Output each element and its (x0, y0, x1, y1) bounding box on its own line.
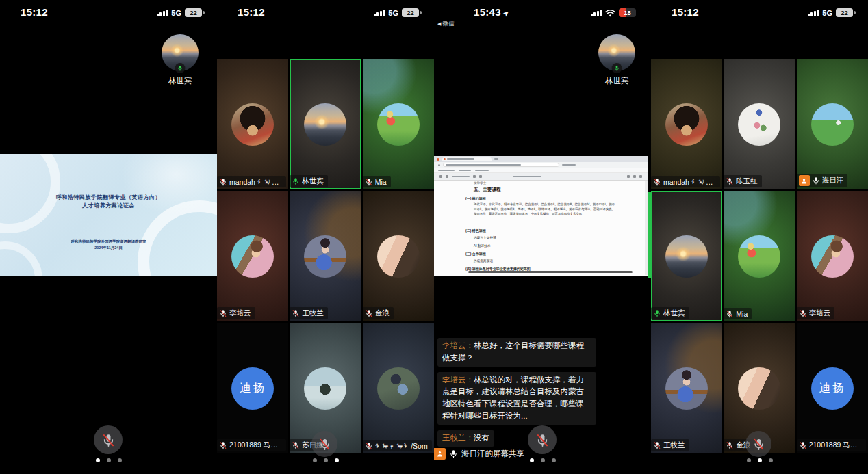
chat-text: 没有 (474, 434, 489, 442)
name-chip: mandah ᠮᠠᠨᠳᠠᠬ (217, 176, 286, 187)
document-text: 文学学士 (474, 181, 486, 185)
participant-tile-presenter[interactable]: 海日汗 (797, 59, 868, 189)
page-indicator[interactable] (530, 458, 556, 462)
mic-muted-icon (219, 309, 227, 317)
participant-name: 21001889 马迪扬 (229, 440, 282, 450)
active-speaker-thumbnail[interactable]: 林世宾 (154, 34, 206, 86)
participant-tile[interactable]: 迪扬 21001889 马迪扬 (217, 323, 288, 453)
avatar (598, 34, 635, 71)
network-type-label: 5G (171, 9, 181, 17)
url-field (443, 163, 559, 167)
chat-sender: 李培云： (442, 341, 474, 350)
participant-tile[interactable]: Mia (724, 191, 795, 321)
participant-tile[interactable]: Mia (363, 59, 434, 189)
document-section-label: (三) 合作课程 (465, 252, 486, 256)
horizontal-scrollbar[interactable] (468, 271, 633, 273)
bookmarks-bar (434, 168, 648, 173)
participant-tile[interactable]: 王牧兰 (651, 323, 722, 453)
avatar (377, 103, 420, 146)
mute-toggle-button[interactable] (528, 425, 557, 454)
name-chip: 21001889 马迪扬 (797, 439, 866, 451)
active-speaker-thumbnail[interactable]: 林世宾 (591, 34, 643, 86)
participant-tile[interactable]: 李培云 (217, 191, 288, 321)
status-bar: 15:12 5G 22 (217, 0, 434, 29)
participant-tile-active-speaker[interactable]: 林世宾 (290, 59, 361, 189)
chat-overlay: 李培云：林总好，这个目标需要哪些课程做支撑？ 李培云：林总说的对，课程做支撑，着… (437, 338, 606, 447)
avatar (665, 235, 708, 278)
avatar (377, 367, 420, 410)
name-chip: mandah ᠮᠠᠨᠳᠠᠬ (651, 176, 720, 187)
wifi-icon (605, 9, 615, 17)
participant-tile[interactable]: mandah ᠮᠠᠨᠳᠠᠬ (651, 59, 722, 189)
mic-on-icon (812, 176, 820, 185)
chat-message: 李培云：林总说的对，课程做支撑，着力点是目标，建议请林总结合目标及内蒙古地区特色… (437, 372, 596, 425)
mute-toggle-button[interactable] (745, 431, 771, 457)
name-chip: 陈玉红 (724, 175, 762, 187)
name-chip: ᠰᠤᠶᠤᠯ/Som (363, 440, 432, 451)
shared-screen-document[interactable]: 文学学士 五、主要课程 (一) 核心课程 现代汉语、古代汉语、翻译专业导论、综合… (434, 156, 648, 276)
status-bar: 15:12 5G 22 (0, 0, 217, 29)
avatar (304, 103, 346, 146)
back-to-app-link[interactable]: ◀微信 (437, 20, 454, 28)
status-icons: 5G 22 (808, 8, 853, 17)
avatar (231, 235, 274, 278)
mic-muted-icon (752, 438, 765, 451)
mic-muted-icon (219, 178, 227, 186)
speaker-name: 林世宾 (605, 76, 629, 86)
screen-share-badge-icon (434, 448, 446, 460)
participant-tile[interactable]: mandah ᠮᠠᠨᠳᠠᠬ (217, 59, 288, 189)
screen-share-banner: 海日汗的屏幕共享 (434, 448, 524, 460)
avatar (665, 367, 708, 410)
participant-name: ᠰᠤᠶᠤᠯ/Som (375, 442, 428, 450)
participant-name: 林世宾 (302, 176, 324, 186)
status-time: 15:12 (238, 6, 265, 18)
mic-muted-icon (726, 177, 734, 185)
shared-slide[interactable]: 呼和浩特民族学院翻译专业（英语方向） 人才培养方案论证会 呼和浩特民族学院外国语… (0, 154, 217, 276)
avatar (231, 103, 274, 146)
participant-tile[interactable]: 王牧兰 (290, 191, 361, 321)
participant-name: Mia (736, 310, 748, 318)
avatar (162, 34, 199, 71)
document-toolbar (434, 173, 648, 181)
participant-tile[interactable]: 陈玉红 (724, 59, 795, 189)
participant-tile[interactable]: 李培云 (797, 191, 868, 321)
avatar (377, 235, 420, 278)
mute-toggle-button[interactable] (311, 431, 337, 457)
meeting-app-screens: 15:12 5G 22 林世宾 呼和浩特民族学院翻译专业（英语方向） 人才培养方… (0, 0, 868, 474)
page-indicator[interactable] (313, 458, 339, 462)
name-chip: 李培云 (217, 307, 255, 319)
participant-tile[interactable]: 金浪 (363, 191, 434, 321)
vertical-scrollbar[interactable] (645, 181, 648, 275)
document-page: 文学学士 五、主要课程 (一) 核心课程 现代汉语、古代汉语、翻译专业导论、综合… (434, 181, 648, 275)
browser-tab-strip (434, 156, 648, 162)
mic-live-icon (614, 65, 620, 71)
page-indicator[interactable] (747, 458, 773, 462)
network-type-label: 5G (822, 9, 832, 17)
chat-message: 李培云：林总好，这个目标需要哪些课程做支撑？ (437, 338, 596, 367)
page-indicator[interactable] (96, 458, 122, 462)
mic-muted-icon (365, 309, 373, 317)
participant-tile-active-speaker[interactable]: 林世宾 (651, 191, 722, 321)
mic-live-icon (177, 65, 183, 71)
status-time: 15:43➤ (474, 6, 509, 18)
document-section-label: (二) 特色课程 (465, 228, 486, 233)
panel-grid-view-b: 15:12 5G 22 mandah ᠮᠠᠨᠳᠠᠬ 陈玉红 (651, 0, 868, 474)
mic-muted-icon (219, 441, 227, 449)
participant-tile[interactable]: 迪扬 21001889 马迪扬 (797, 323, 868, 453)
document-section-label: (一) 核心课程 (465, 196, 486, 200)
mic-muted-icon (653, 178, 661, 186)
mute-toggle-button[interactable] (94, 425, 123, 454)
participant-name: 王牧兰 (663, 440, 685, 450)
avatar: 迪扬 (811, 367, 854, 410)
participant-name: 海日汗 (822, 176, 844, 185)
name-chip: Mia (363, 176, 391, 187)
battery-icon: 22 (185, 8, 202, 17)
participant-grid: mandah ᠮᠠᠨᠳᠠᠬ 林世宾 Mia (217, 59, 434, 453)
participant-tile[interactable]: ᠰᠤᠶᠤᠯ/Som (363, 323, 434, 453)
name-chip: 林世宾 (651, 307, 689, 319)
slide-title: 呼和浩特民族学院翻译专业（英语方向） 人才培养方案论证会 (0, 194, 217, 211)
chat-message: 王牧兰：没有 (437, 430, 494, 447)
status-icons: 5G 22 (374, 8, 419, 17)
location-services-icon: ➤ (501, 8, 512, 18)
screen-share-banner-text: 海日汗的屏幕共享 (461, 449, 524, 459)
